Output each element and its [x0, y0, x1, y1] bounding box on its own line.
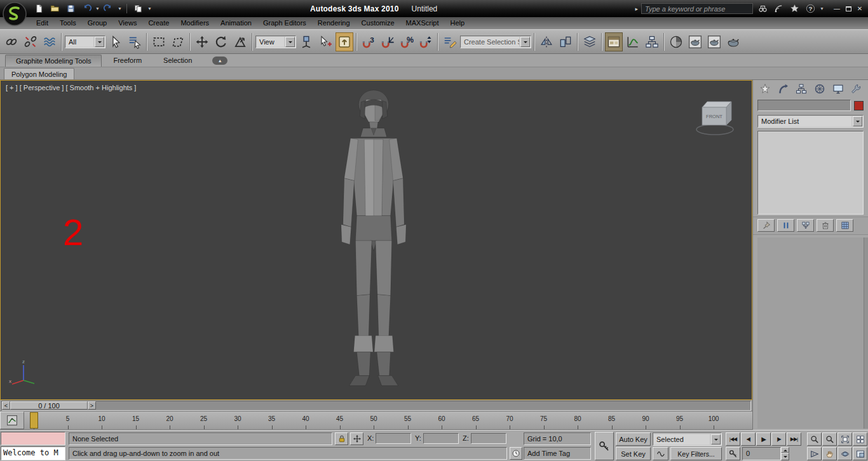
time-slider-handle[interactable]: 0 / 100 — [10, 401, 88, 410]
show-end-result-button[interactable] — [777, 219, 794, 232]
open-file-button[interactable] — [48, 3, 62, 15]
tab-utilities[interactable] — [849, 82, 864, 97]
open-mini-curve-editor-button[interactable] — [0, 411, 24, 429]
fetch-button[interactable] — [132, 3, 146, 15]
quick-access-customize-dropdown-icon[interactable]: ▼ — [147, 6, 152, 11]
window-crossing-toggle[interactable] — [169, 32, 187, 51]
absolute-offset-mode-toggle[interactable] — [350, 432, 363, 445]
menu-edit[interactable]: Edit — [31, 17, 54, 29]
percent-snap-toggle-button[interactable] — [398, 32, 416, 51]
panel-tab-polygon-modeling[interactable]: Polygon Modeling — [4, 68, 74, 79]
selection-filter-dropdown[interactable]: All — [65, 36, 105, 48]
new-scene-button[interactable] — [32, 3, 46, 15]
menu-help[interactable]: Help — [445, 17, 471, 29]
set-key-button[interactable]: Set Key — [616, 447, 651, 460]
select-and-scale-button[interactable] — [231, 32, 249, 51]
select-and-manipulate-button[interactable] — [316, 32, 334, 51]
ribbon-tab-selection[interactable]: Selection — [153, 55, 202, 67]
reference-coordinate-system-dropdown[interactable]: View — [255, 36, 296, 48]
set-keys-button[interactable] — [595, 432, 614, 460]
schematic-view-button[interactable] — [643, 32, 661, 51]
close-button[interactable]: ✕ — [854, 3, 865, 15]
menu-graph-editors[interactable]: Graph Editors — [257, 17, 312, 29]
chevron-down-icon[interactable] — [853, 116, 862, 126]
ribbon-tab-graphite-modeling-tools[interactable]: Graphite Modeling Tools — [5, 55, 102, 67]
infocenter-expand-icon[interactable]: ▸ — [635, 6, 639, 12]
maximize-button[interactable] — [843, 3, 854, 15]
redo-button[interactable] — [102, 3, 116, 15]
y-coordinate-field[interactable] — [423, 433, 459, 444]
keyboard-shortcut-override-toggle[interactable] — [336, 32, 353, 51]
communication-center-button[interactable] — [772, 3, 785, 15]
previous-frame-nudge-button[interactable]: < — [2, 401, 10, 410]
chevron-down-icon[interactable] — [711, 434, 721, 444]
field-of-view-button[interactable] — [807, 447, 822, 460]
layer-manager-button[interactable] — [581, 32, 599, 51]
save-file-button[interactable] — [64, 3, 78, 15]
rectangular-selection-region-button[interactable] — [150, 32, 168, 51]
add-time-tag-field[interactable]: Add Time Tag — [524, 447, 591, 460]
select-by-name-button[interactable] — [126, 32, 144, 51]
tab-display[interactable] — [831, 82, 845, 97]
named-selection-sets-dropdown[interactable]: Create Selection Se — [460, 36, 531, 48]
next-frame-button[interactable]: |▶ — [771, 432, 786, 446]
ribbon-tab-freeform[interactable]: Freeform — [103, 55, 152, 67]
modifier-list-dropdown[interactable]: Modifier List — [757, 115, 864, 128]
spinner-up-button[interactable] — [781, 447, 789, 453]
key-filters-button[interactable]: Key Filters... — [670, 447, 722, 460]
tab-motion[interactable] — [812, 82, 827, 97]
make-unique-button[interactable] — [797, 219, 814, 232]
material-editor-button[interactable] — [667, 32, 685, 51]
use-pivot-point-center-button[interactable] — [297, 32, 315, 51]
render-setup-button[interactable] — [686, 32, 704, 51]
key-mode-toggle[interactable] — [726, 447, 740, 460]
trackbar-ruler[interactable]: 1009590858075706560555045403530252015105… — [24, 411, 752, 429]
menu-views[interactable]: Views — [112, 17, 142, 29]
align-button[interactable] — [557, 32, 574, 51]
remove-modifier-button[interactable] — [817, 219, 834, 232]
play-animation-button[interactable]: ▶ — [756, 432, 771, 446]
rendered-frame-window-button[interactable] — [705, 32, 723, 51]
favorites-button[interactable] — [788, 3, 801, 15]
character-model[interactable] — [304, 86, 444, 398]
go-to-end-button[interactable]: ▶▶| — [787, 432, 801, 446]
configure-modifier-sets-button[interactable] — [836, 219, 853, 232]
menu-rendering[interactable]: Rendering — [312, 17, 356, 29]
select-and-move-button[interactable] — [193, 32, 211, 51]
object-name-field[interactable] — [757, 100, 851, 111]
maxscript-mini-listener-macro[interactable] — [1, 432, 65, 445]
next-frame-nudge-button[interactable]: > — [88, 401, 96, 410]
edit-named-selection-sets-button[interactable] — [441, 32, 459, 51]
viewcube[interactable]: FRONT — [692, 96, 740, 138]
ribbon-minimize-button[interactable]: ▲ — [212, 57, 227, 65]
chevron-down-icon[interactable] — [95, 37, 104, 47]
maxscript-mini-listener[interactable]: Welcome to M — [1, 446, 65, 460]
auto-key-button[interactable]: Auto Key — [616, 432, 651, 446]
minimize-button[interactable]: — — [831, 3, 843, 15]
zoom-extents-button[interactable] — [837, 432, 852, 446]
menu-modifiers[interactable]: Modifiers — [175, 17, 215, 29]
infocenter-search-button[interactable] — [756, 3, 769, 15]
select-and-link-button[interactable] — [3, 32, 20, 51]
menu-customize[interactable]: Customize — [356, 17, 400, 29]
curve-editor-button[interactable] — [624, 32, 642, 51]
help-button[interactable] — [804, 3, 817, 15]
tab-create[interactable] — [757, 82, 772, 97]
infocenter-search-input[interactable] — [641, 3, 753, 14]
tab-modify[interactable] — [776, 82, 790, 97]
chevron-down-icon[interactable] — [520, 37, 530, 47]
undo-dropdown-arrow-icon[interactable]: ▼ — [95, 6, 100, 11]
menu-group[interactable]: Group — [82, 17, 113, 29]
chevron-down-icon[interactable] — [285, 37, 295, 47]
redo-dropdown-arrow-icon[interactable]: ▼ — [118, 6, 122, 11]
key-selection-dropdown[interactable]: Selected — [653, 432, 722, 446]
application-menu-button[interactable] — [2, 1, 27, 27]
z-coordinate-field[interactable] — [471, 433, 506, 444]
menu-maxscript[interactable]: MAXScript — [400, 17, 445, 29]
viewport-label-menu[interactable]: [ + ] [ Perspective ] [ Smooth + Highlig… — [6, 84, 136, 91]
zoom-extents-all-button[interactable] — [853, 432, 867, 446]
spinner-down-button[interactable] — [781, 453, 789, 460]
zoom-button[interactable] — [807, 432, 822, 446]
current-frame-marker[interactable] — [30, 412, 38, 429]
maximize-viewport-toggle[interactable] — [853, 447, 867, 460]
